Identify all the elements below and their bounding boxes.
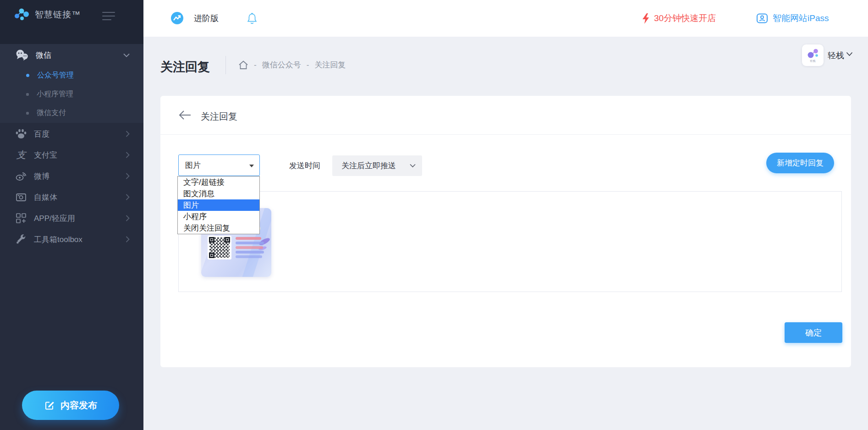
top-header: 进阶版 30分钟快速开店 智 [143,0,868,37]
home-icon[interactable] [238,60,248,70]
back-arrow-icon[interactable] [178,110,192,120]
chevron-right-icon [126,194,130,200]
reply-type-value: 图片 [185,160,201,171]
divider [225,56,226,74]
reply-type-dropdown: 文字/超链接 图文消息 图片 小程序 关闭关注回复 [177,176,260,234]
sidebar-item-wechat-pay[interactable]: 微信支付 [0,104,143,122]
sidebar-item-mini-program[interactable]: 小程序管理 [0,85,143,104]
sidebar: 智慧链接™ 微信 [0,0,143,430]
breadcrumb-item-follow-reply: 关注回复 [314,60,346,70]
wechat-icon [15,49,29,61]
account-avatar[interactable]: 轻栈 [802,44,824,66]
app-window: 智慧链接™ 微信 [0,0,868,430]
thumbnail-body [208,236,271,260]
select-caret-icon [249,165,254,167]
sidebar-item-wechat[interactable]: 微信 [0,44,143,66]
chevron-right-icon [126,215,130,221]
camera-icon [15,192,27,203]
notification-bell-icon[interactable] [246,12,258,25]
reply-type-select[interactable]: 图片 [178,154,260,176]
sidebar-item-app[interactable]: APP/轻应用 [0,208,143,229]
dropdown-option-image[interactable]: 图片 [178,199,259,211]
confirm-button[interactable]: 确定 [785,322,842,343]
sidebar-sub-label: 微信支付 [37,108,66,118]
confirm-button-label: 确定 [805,327,822,338]
dropdown-option-article[interactable]: 图文消息 [178,188,259,199]
version-label[interactable]: 进阶版 [194,0,219,37]
sidebar-item-label: 微信 [36,50,51,61]
sidebar-item-weibo[interactable]: 微博 [0,165,143,187]
sidebar-item-label: APP/轻应用 [34,213,75,224]
chevron-right-icon [126,131,130,137]
ipass-label: 智能网站iPass [773,12,829,24]
alipay-icon: 支 [15,149,27,160]
chevron-down-icon [410,164,416,168]
dropdown-option-mini-program[interactable]: 小程序 [178,211,259,222]
app-title: 智慧链接™ [35,9,81,21]
pencil-square-icon [44,400,55,411]
wrench-icon [15,234,27,245]
sidebar-item-label: 自媒体 [34,192,57,203]
send-time-select[interactable]: 关注后立即推送 [332,155,422,176]
quick-open-shop-link[interactable]: 30分钟快速开店 [642,0,716,37]
sidebar-item-toolbox[interactable]: 工具箱toolbox [0,229,143,250]
svg-text:支: 支 [16,149,27,160]
breadcrumb-item-wechat-official[interactable]: 微信公众号 [262,60,301,70]
sidebar-item-we-media[interactable]: 自媒体 [0,187,143,208]
quick-open-shop-label: 30分钟快速开店 [654,12,716,24]
lightning-icon [642,13,650,24]
add-timed-reply-button[interactable]: 新增定时回复 [766,153,834,173]
follow-reply-panel: 关注回复 图片 发送时间 关注后立即推送 新增定时回复 商家交流群 长按 [160,96,851,367]
sidebar-group-wechat: 微信 公众号管理 小程序管理 微信支付 [0,44,143,123]
app-grid-icon [15,213,27,224]
sidebar-sub-label: 公众号管理 [37,71,74,80]
breadcrumb: - 微信公众号 - 关注回复 [238,60,346,70]
sidebar-item-alipay[interactable]: 支 支付宝 [0,144,143,165]
add-timed-reply-label: 新增定时回复 [777,158,824,168]
ipass-link[interactable]: 智能网站iPass [756,0,829,37]
dropdown-option-text-link[interactable]: 文字/超链接 [178,176,259,188]
sidebar-item-baidu[interactable]: 百度 [0,123,143,144]
baidu-paw-icon [15,128,27,139]
chevron-down-icon [123,53,130,57]
qr-code [208,236,231,259]
reply-content-box: 商家交流群 长按识别二维码 [178,191,842,292]
sidebar-item-official-accounts[interactable]: 公众号管理 [0,66,143,85]
sidebar-logo-strip: 智慧链接™ [0,0,143,44]
upgrade-trend-icon[interactable] [171,12,183,24]
send-time-label: 发送时间 [289,160,320,171]
chevron-right-icon [126,173,130,179]
sidebar-item-label: 工具箱toolbox [34,234,82,245]
breadcrumb-separator: - [307,61,309,70]
dropdown-option-disable[interactable]: 关闭关注回复 [178,222,259,234]
thumbnail-text-lines [236,237,264,260]
bullet-dot-icon [26,74,29,77]
sidebar-item-label: 支付宝 [34,150,57,160]
send-time-value: 关注后立即推送 [341,160,396,171]
chevron-right-icon [126,236,130,243]
sidebar-sub-label: 小程序管理 [37,89,73,99]
molecule-logo-icon [14,8,29,21]
bullet-dot-icon [26,93,29,96]
publish-button-label: 内容发布 [60,399,97,412]
account-chevron-down-icon[interactable] [846,52,853,56]
account-name[interactable]: 轻栈 [828,50,844,61]
page-title: 关注回复 [160,59,210,75]
divider [160,134,851,135]
logo: 智慧链接™ [14,8,81,21]
avatar-caption: 轻栈 [810,60,816,62]
collapse-menu-icon[interactable] [102,12,115,20]
sidebar-item-label: 微博 [34,171,49,182]
chevron-right-icon [126,152,130,158]
panel-title: 关注回复 [201,110,237,123]
avatar-molecule-icon [807,48,819,59]
breadcrumb-separator: - [254,61,257,70]
ipass-card-icon [756,13,768,24]
content-publish-button[interactable]: 内容发布 [22,391,119,420]
sidebar-item-label: 百度 [34,129,49,139]
bullet-dot-icon [26,112,29,115]
weibo-icon [15,171,27,182]
